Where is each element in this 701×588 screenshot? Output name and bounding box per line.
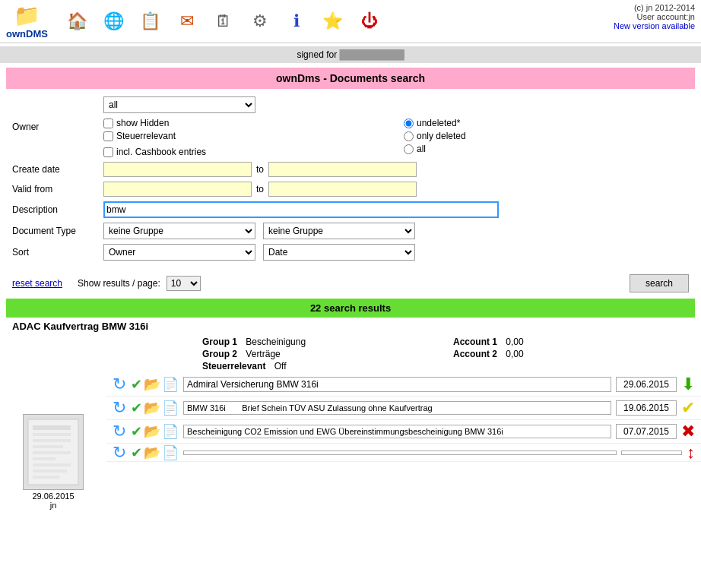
steuer-label: Steuerrelevant (202, 361, 265, 371)
globe-icon[interactable]: 🌐 (100, 7, 128, 36)
check-icon-4[interactable]: ✔ (131, 444, 142, 461)
thumbnail-svg (27, 418, 80, 486)
description-row: Description (12, 201, 689, 218)
doc-date-2: 19.06.2015 (616, 400, 677, 416)
check-icon-1[interactable]: ✔ (131, 376, 142, 393)
doc-icons-2: ✔ 📂 📄 (131, 400, 179, 416)
folder-icon-2[interactable]: 📂 (144, 400, 160, 416)
result-row-4: ↻ ✔ 📂 📄 ↕ (106, 444, 701, 462)
calc-icon[interactable]: 🗓 (209, 7, 238, 36)
undeleted-radio[interactable] (404, 119, 414, 128)
show-hidden-row: show Hidden (103, 118, 389, 128)
svg-rect-5 (33, 451, 71, 454)
page-icon-3[interactable]: 📄 (162, 423, 179, 440)
svg-rect-7 (33, 463, 71, 466)
doc-icons-1: ✔ 📂 📄 (131, 376, 179, 393)
doc-title-1[interactable]: Admiral Versicherung BMW 316i (183, 377, 611, 392)
nav-icons: 🏠 🌐 📋 ✉ 🗓 ⚙ ℹ ⭐ ⏻ (63, 7, 695, 36)
page-icon-2[interactable]: 📄 (162, 400, 179, 416)
result-row-3: ↻ ✔ 📂 📄 Bescheinigung CO2 Emission und E… (106, 420, 701, 444)
doc-icons-3: ✔ 📂 📄 (131, 423, 179, 440)
power-icon[interactable]: ⏻ (355, 7, 384, 36)
undeleted-row: undeleted* (404, 118, 689, 128)
group1-label: Group 1 (202, 337, 237, 347)
owner-label: Owner (12, 122, 103, 132)
valid-from-label: Valid from (12, 184, 103, 194)
red-arrow-icon-4[interactable]: ↕ (687, 444, 695, 462)
reset-search-link[interactable]: reset search (12, 278, 62, 289)
thumbnail-date: 29.06.2015 jn (32, 492, 74, 510)
cashbook-checkbox[interactable] (103, 147, 113, 157)
gear-icon[interactable]: ⚙ (246, 7, 274, 36)
red-x-icon-3[interactable]: ✖ (681, 422, 695, 441)
show-hidden-label: show Hidden (116, 118, 169, 128)
doc-date-1: 29.06.2015 (616, 377, 677, 392)
show-hidden-checkbox[interactable] (103, 119, 113, 128)
undeleted-label: undeleted* (417, 118, 460, 128)
search-button[interactable]: search (630, 274, 689, 292)
folder-icon-3[interactable]: 📂 (144, 423, 160, 440)
scan-icon[interactable]: 📋 (136, 7, 165, 36)
account1-label: Account 1 (453, 337, 497, 347)
star-icon[interactable]: ⭐ (319, 7, 347, 36)
group2-value: Verträge (246, 349, 280, 359)
copyright-text: (c) jn 2012-2014 (634, 3, 695, 12)
result-block: 29.06.2015 jn ↻ ✔ 📂 📄 Admiral Versicheru… (0, 373, 701, 513)
refresh-icon-2[interactable]: ↻ (113, 398, 126, 418)
new-version-link[interactable]: New version available (614, 21, 695, 30)
only-deleted-row: only deleted (404, 131, 689, 141)
create-date-row: Create date to (12, 162, 689, 177)
steuerrelevant-checkbox[interactable] (103, 131, 113, 141)
page-icon-4[interactable]: 📄 (162, 444, 179, 461)
first-result-title: ADAC Kaufvertrag BMW 316i (0, 318, 701, 335)
result-thumbnail-area: 29.06.2015 jn (0, 373, 106, 513)
owner-select[interactable]: all jn (103, 96, 255, 113)
valid-from-to-label: to (256, 184, 264, 194)
valid-from-to-input[interactable] (268, 182, 417, 197)
home-icon[interactable]: 🏠 (63, 7, 92, 36)
user-account-text: User account:jn (637, 12, 695, 21)
svg-rect-9 (33, 476, 59, 479)
refresh-icon-1[interactable]: ↻ (113, 375, 126, 394)
all-status-radio[interactable] (404, 144, 414, 154)
owner-left: all jn show Hidden Steuerrelevant incl. … (103, 96, 389, 157)
top-right-info: (c) jn 2012-2014 User account:jn New ver… (614, 3, 695, 30)
doc-type-right-select[interactable]: keine Gruppe (263, 223, 415, 239)
app-header: 📁 ownDMS 🏠 🌐 📋 ✉ 🗓 ⚙ ℹ ⭐ ⏻ (c) jn 2012-2… (0, 0, 701, 43)
description-input[interactable] (103, 201, 499, 218)
check-icon-2[interactable]: ✔ (131, 400, 142, 416)
info-icon[interactable]: ℹ (282, 7, 311, 36)
doc-type-label: Document Type (12, 226, 103, 236)
doc-type-left-select[interactable]: keine Gruppe (103, 223, 255, 239)
result-row-1: ↻ ✔ 📂 📄 Admiral Versicherung BMW 316i 29… (106, 373, 701, 397)
sort-label: Sort (12, 247, 103, 258)
check-icon-3[interactable]: ✔ (131, 423, 142, 440)
download-icon-1[interactable]: ⬇ (681, 375, 695, 394)
refresh-icon-4[interactable]: ↻ (113, 444, 126, 462)
group1-value: Bescheinigung (246, 337, 306, 347)
folder-icon-4[interactable]: 📂 (144, 444, 160, 461)
document-thumbnail (23, 414, 84, 490)
create-date-to-label: to (256, 164, 264, 175)
doc-title-3[interactable]: Bescheinigung CO2 Emission und EWG Übere… (183, 425, 611, 438)
mail-icon[interactable]: ✉ (173, 7, 201, 36)
only-deleted-radio[interactable] (404, 131, 414, 141)
results-header: 22 search results (6, 299, 695, 318)
folder-icon-1[interactable]: 📂 (144, 376, 160, 393)
doc-title-2[interactable]: BMW 316i Brief Schein TÜV ASU Zulassung … (183, 401, 611, 415)
refresh-icon-3[interactable]: ↻ (113, 422, 126, 441)
create-date-label: Create date (12, 164, 103, 175)
show-results-label: Show results / page: (78, 278, 160, 289)
create-date-to-input[interactable] (268, 162, 417, 177)
sort-right-select[interactable]: Date Owner Description (263, 244, 415, 261)
account1-value: 0,00 (506, 337, 523, 347)
create-date-from-input[interactable] (103, 162, 252, 177)
page-icon-1[interactable]: 📄 (162, 376, 179, 393)
sort-left-select[interactable]: Owner Date Description (103, 244, 255, 261)
per-page-select[interactable]: 10 25 50 100 (167, 276, 201, 291)
valid-from-input[interactable] (103, 182, 252, 197)
steuerrelevant-label: Steuerrelevant (116, 131, 176, 141)
only-deleted-label: only deleted (417, 131, 466, 141)
yellow-check-icon-2[interactable]: ✔ (681, 398, 695, 418)
doc-title-4[interactable] (183, 450, 617, 455)
